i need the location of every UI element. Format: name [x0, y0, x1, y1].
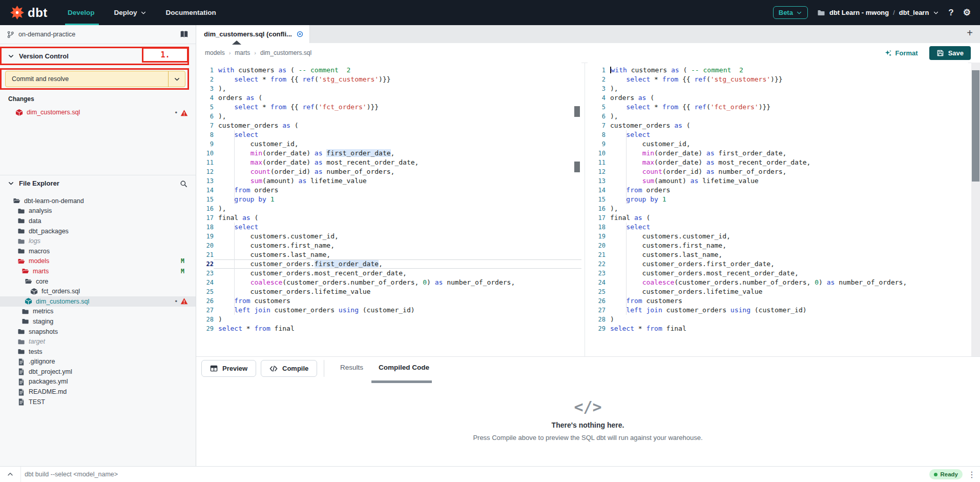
- file-explorer-header[interactable]: File Explorer: [0, 177, 196, 190]
- code-line[interactable]: 12 count(order_id) as number_of_orders,: [196, 167, 581, 176]
- code-line[interactable]: 1with customers as ( -- comment 2: [196, 66, 581, 75]
- tree-item-dim-customers-sql[interactable]: dim_customers.sql•: [0, 296, 196, 307]
- code-line[interactable]: 28): [196, 315, 581, 324]
- tree-item-data[interactable]: data: [0, 216, 196, 226]
- code-line[interactable]: 6),: [196, 112, 581, 121]
- tree-item-dbt-learn-on-demand[interactable]: dbt-learn-on-demand: [0, 196, 196, 206]
- tree-item--gitignore[interactable]: .gitignore: [0, 357, 196, 367]
- conflict-warning-icon[interactable]: [180, 297, 188, 305]
- code-line[interactable]: 19 customers.customer_id,: [196, 232, 581, 241]
- tree-item-staging[interactable]: staging: [0, 316, 196, 327]
- code-line[interactable]: 2 select * from {{ ref('stg_customers')}…: [588, 75, 968, 84]
- collapse-chevron-up-icon[interactable]: [0, 467, 21, 482]
- commit-dropdown-chevron[interactable]: [168, 71, 185, 87]
- left-pane-scrollbar-thumb[interactable]: [574, 106, 580, 117]
- code-line[interactable]: 13 sum(amount) as lifetime_value: [588, 176, 968, 186]
- code-line[interactable]: 24 coalesce(customer_orders.number_of_or…: [196, 278, 581, 287]
- code-line[interactable]: 3),: [196, 84, 581, 93]
- nav-item-documentation[interactable]: Documentation: [166, 9, 216, 16]
- save-button[interactable]: Save: [929, 46, 971, 60]
- project-name[interactable]: dbt_learn: [899, 9, 929, 16]
- code-line[interactable]: 29select * from final: [588, 324, 968, 333]
- changed-file-row[interactable]: dim_customers.sql •: [0, 107, 196, 118]
- code-line[interactable]: 7customer_orders as (: [588, 121, 968, 130]
- code-line[interactable]: 21 customers.last_name,: [588, 250, 968, 259]
- settings-gear-icon[interactable]: ⚙: [963, 7, 971, 18]
- code-line[interactable]: 22 customer_orders.first_order_date,: [196, 259, 581, 269]
- breadcrumb-item[interactable]: models: [205, 49, 225, 56]
- tree-item-target[interactable]: target: [0, 336, 196, 347]
- branch-row[interactable]: on-demand-practice: [0, 25, 196, 44]
- help-icon[interactable]: ?: [948, 8, 953, 18]
- tree-item-metrics[interactable]: metrics: [0, 307, 196, 317]
- code-line[interactable]: 6),: [588, 112, 968, 121]
- code-line[interactable]: 14 from orders: [588, 186, 968, 195]
- tree-item-tests[interactable]: tests: [0, 347, 196, 357]
- nav-item-develop[interactable]: Develop: [68, 9, 95, 16]
- code-line[interactable]: 13 sum(amount) as lifetime_value: [196, 176, 581, 186]
- code-line[interactable]: 8 select: [196, 130, 581, 139]
- code-line[interactable]: 9 customer_id,: [588, 139, 968, 149]
- commit-and-resolve-button[interactable]: Commit and resolve: [5, 71, 185, 87]
- tree-item-readme-md[interactable]: README.md: [0, 387, 196, 397]
- code-line[interactable]: 29select * from final: [196, 324, 581, 333]
- new-tab-button[interactable]: +: [967, 27, 973, 39]
- code-line[interactable]: 11 max(order_date) as most_recent_order_…: [196, 158, 581, 167]
- code-line[interactable]: 4orders as (: [588, 93, 968, 103]
- tab-compiled-code[interactable]: Compiled Code: [379, 364, 429, 371]
- code-line[interactable]: 14 from orders: [196, 186, 581, 195]
- tree-item-dbt-packages[interactable]: dbt_packages: [0, 226, 196, 236]
- dbt-logo[interactable]: dbt: [10, 6, 68, 20]
- code-line[interactable]: 11 max(order_date) as most_recent_order_…: [588, 158, 968, 167]
- code-line[interactable]: 19 customers.customer_id,: [588, 232, 968, 241]
- beta-button[interactable]: Beta: [773, 6, 808, 19]
- code-line[interactable]: 4orders as (: [196, 93, 581, 103]
- docs-book-icon[interactable]: [180, 29, 189, 39]
- code-line[interactable]: 12 count(order_id) as number_of_orders,: [588, 167, 968, 176]
- code-line[interactable]: 18 select: [588, 223, 968, 232]
- tree-item-core[interactable]: core: [0, 276, 196, 287]
- tree-item-packages-yml[interactable]: packages.yml: [0, 377, 196, 387]
- code-line[interactable]: 27 left join customer_orders using (cust…: [196, 306, 581, 315]
- account-breadcrumb[interactable]: dbt Learn - mwong / dbt_learn: [817, 9, 939, 17]
- code-line[interactable]: 10 min(order_date) as first_order_date,: [196, 149, 581, 158]
- right-scrollbar-thumb[interactable]: [972, 70, 979, 182]
- command-input[interactable]: dbt build --select <model_name>: [25, 471, 118, 478]
- code-line[interactable]: 3),: [588, 84, 968, 93]
- editor-tab-dim-customers[interactable]: dim_customers.sql (confli...: [196, 25, 310, 43]
- code-pane-left[interactable]: 1with customers as ( -- comment 22 selec…: [196, 63, 581, 356]
- code-line[interactable]: 23 customer_orders.most_recent_order_dat…: [196, 269, 581, 278]
- code-line[interactable]: 15 group by 1: [588, 195, 968, 204]
- code-line[interactable]: 23 customer_orders.most_recent_order_dat…: [588, 269, 968, 278]
- code-pane-right[interactable]: 1with customers as ( -- comment 22 selec…: [588, 63, 968, 356]
- code-line[interactable]: 17final as (: [588, 213, 968, 223]
- code-line[interactable]: 28): [588, 315, 968, 324]
- code-line[interactable]: 5 select * from {{ ref('fct_orders')}}: [196, 103, 581, 112]
- tree-item-snapshots[interactable]: snapshots: [0, 327, 196, 337]
- code-line[interactable]: 5 select * from {{ ref('fct_orders')}}: [588, 103, 968, 112]
- left-pane-scroll-marker[interactable]: [574, 162, 580, 172]
- tree-item-dbt-project-yml[interactable]: dbt_project.yml: [0, 367, 196, 377]
- code-line[interactable]: 16),: [196, 204, 581, 213]
- code-line[interactable]: 25 customer_orders.lifetime_value: [196, 287, 581, 296]
- code-line[interactable]: 26 from customers: [588, 296, 968, 306]
- tab-modified-icon[interactable]: [296, 30, 304, 38]
- nav-item-deploy[interactable]: Deploy: [114, 9, 147, 16]
- code-line[interactable]: 21 customers.last_name,: [196, 250, 581, 259]
- tree-item-marts[interactable]: martsM: [0, 266, 196, 276]
- code-line[interactable]: 17final as (: [196, 213, 581, 223]
- code-line[interactable]: 20 customers.first_name,: [588, 241, 968, 250]
- right-scrollbar[interactable]: [971, 63, 980, 356]
- code-line[interactable]: 15 group by 1: [196, 195, 581, 204]
- code-line[interactable]: 1with customers as ( -- comment 2: [588, 66, 968, 75]
- code-line[interactable]: 26 from customers: [196, 296, 581, 306]
- code-line[interactable]: 27 left join customer_orders using (cust…: [588, 306, 968, 315]
- chevron-down-icon[interactable]: [933, 10, 939, 16]
- code-line[interactable]: 7customer_orders as (: [196, 121, 581, 130]
- tree-item-macros[interactable]: macros: [0, 246, 196, 256]
- tree-item-test[interactable]: TEST: [0, 397, 196, 407]
- code-line[interactable]: 24 coalesce(customer_orders.number_of_or…: [588, 278, 968, 287]
- file-search-icon[interactable]: [180, 179, 187, 188]
- breadcrumb-item[interactable]: dim_customers.sql: [260, 49, 311, 56]
- tab-results[interactable]: Results: [340, 364, 363, 371]
